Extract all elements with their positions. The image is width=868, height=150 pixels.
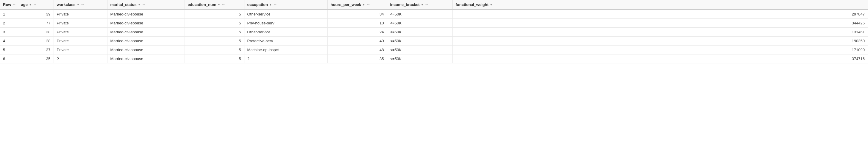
- cell-income_bracket: <=50K: [387, 55, 453, 63]
- resize-handle-workclass[interactable]: ⇔: [81, 3, 84, 6]
- cell-age: 37: [18, 46, 54, 55]
- cell-education_num: 5: [185, 28, 244, 37]
- cell-workclass: ?: [54, 55, 107, 63]
- cell-hours_per_week: 24: [328, 28, 387, 37]
- col-label-education-num: education_num: [188, 2, 216, 7]
- col-header-age[interactable]: age ▼ ⇔: [18, 0, 54, 9]
- cell-row: 1: [0, 9, 18, 19]
- table-row: 428PrivateMarried-civ-spouse5Protective-…: [0, 37, 868, 46]
- cell-row: 4: [0, 37, 18, 46]
- col-header-workclass[interactable]: workclass ▼ ⇔: [54, 0, 107, 9]
- cell-marital_status: Married-civ-spouse: [107, 37, 185, 46]
- cell-marital_status: Married-civ-spouse: [107, 46, 185, 55]
- cell-income_bracket: <=50K: [387, 19, 453, 28]
- cell-row: 5: [0, 46, 18, 55]
- sort-icon-education-num[interactable]: ▼: [218, 3, 221, 6]
- cell-hours_per_week: 35: [328, 55, 387, 63]
- cell-workclass: Private: [54, 9, 107, 19]
- sort-icon-age[interactable]: ▼: [29, 3, 32, 6]
- resize-handle-hours[interactable]: ⇔: [367, 3, 369, 6]
- sort-icon-occupation[interactable]: ▼: [269, 3, 272, 6]
- cell-workclass: Private: [54, 46, 107, 55]
- resize-handle-row[interactable]: ⇔: [13, 3, 15, 6]
- col-header-functional-weight[interactable]: functional_weight ▼: [453, 0, 868, 9]
- col-label-hours-per-week: hours_per_week: [331, 2, 361, 7]
- col-label-income-bracket: income_bracket: [390, 2, 420, 7]
- resize-handle-income[interactable]: ⇔: [425, 3, 428, 6]
- table-row: 338PrivateMarried-civ-spouse5Other-servi…: [0, 28, 868, 37]
- col-label-functional-weight: functional_weight: [456, 2, 489, 7]
- col-label-age: age: [21, 2, 28, 7]
- col-header-hours-per-week[interactable]: hours_per_week ▼ ⇔: [328, 0, 387, 9]
- cell-functional_weight: 344425: [453, 19, 868, 28]
- table-row: 277PrivateMarried-civ-spouse5Priv-house-…: [0, 19, 868, 28]
- sort-icon-hours-per-week[interactable]: ▼: [362, 3, 365, 6]
- cell-row: 2: [0, 19, 18, 28]
- table-row: 635?Married-civ-spouse5?35<=50K374716: [0, 55, 868, 63]
- col-label-workclass: workclass: [57, 2, 75, 7]
- cell-hours_per_week: 48: [328, 46, 387, 55]
- cell-functional_weight: 131461: [453, 28, 868, 37]
- cell-income_bracket: <=50K: [387, 28, 453, 37]
- resize-handle-occ[interactable]: ⇔: [274, 3, 276, 6]
- cell-occupation: Priv-house-serv: [244, 19, 328, 28]
- cell-education_num: 5: [185, 37, 244, 46]
- table-row: 139PrivateMarried-civ-spouse5Other-servi…: [0, 9, 868, 19]
- cell-occupation: Protective-serv: [244, 37, 328, 46]
- col-label-marital: marital_status: [111, 2, 136, 7]
- sort-icon-income-bracket[interactable]: ▼: [421, 3, 424, 6]
- cell-functional_weight: 297847: [453, 9, 868, 19]
- resize-handle-marital[interactable]: ⇔: [143, 3, 145, 6]
- cell-marital_status: Married-civ-spouse: [107, 28, 185, 37]
- cell-age: 39: [18, 9, 54, 19]
- col-header-income-bracket[interactable]: income_bracket ▼ ⇔: [387, 0, 453, 9]
- col-header-marital[interactable]: marital_status ▼ ⇔: [107, 0, 185, 9]
- cell-workclass: Private: [54, 37, 107, 46]
- table-row: 537PrivateMarried-civ-spouse5Machine-op-…: [0, 46, 868, 55]
- cell-education_num: 5: [185, 9, 244, 19]
- cell-functional_weight: 374716: [453, 55, 868, 63]
- data-table: Row ⇔ age ▼ ⇔ workclass ▼ ⇔: [0, 0, 868, 63]
- col-header-row[interactable]: Row ⇔: [0, 0, 18, 9]
- cell-age: 38: [18, 28, 54, 37]
- col-label-occupation: occupation: [247, 2, 268, 7]
- cell-workclass: Private: [54, 19, 107, 28]
- cell-occupation: Other-service: [244, 28, 328, 37]
- cell-occupation: Machine-op-inspct: [244, 46, 328, 55]
- cell-education_num: 5: [185, 46, 244, 55]
- cell-income_bracket: <=50K: [387, 46, 453, 55]
- cell-workclass: Private: [54, 28, 107, 37]
- cell-row: 6: [0, 55, 18, 63]
- cell-age: 28: [18, 37, 54, 46]
- cell-income_bracket: <=50K: [387, 9, 453, 19]
- resize-handle-edu[interactable]: ⇔: [222, 3, 224, 6]
- cell-hours_per_week: 10: [328, 19, 387, 28]
- cell-marital_status: Married-civ-spouse: [107, 55, 185, 63]
- cell-marital_status: Married-civ-spouse: [107, 9, 185, 19]
- sort-icon-workclass[interactable]: ▼: [76, 3, 80, 6]
- cell-hours_per_week: 34: [328, 9, 387, 19]
- resize-handle-age[interactable]: ⇔: [34, 3, 36, 6]
- cell-hours_per_week: 40: [328, 37, 387, 46]
- col-header-occupation[interactable]: occupation ▼ ⇔: [244, 0, 328, 9]
- cell-education_num: 5: [185, 19, 244, 28]
- col-header-education-num[interactable]: education_num ▼ ⇔: [185, 0, 244, 9]
- cell-marital_status: Married-civ-spouse: [107, 19, 185, 28]
- cell-income_bracket: <=50K: [387, 37, 453, 46]
- header-row: Row ⇔ age ▼ ⇔ workclass ▼ ⇔: [0, 0, 868, 9]
- cell-occupation: Other-service: [244, 9, 328, 19]
- cell-age: 77: [18, 19, 54, 28]
- cell-education_num: 5: [185, 55, 244, 63]
- cell-row: 3: [0, 28, 18, 37]
- cell-functional_weight: 190350: [453, 37, 868, 46]
- sort-icon-functional-weight[interactable]: ▼: [490, 3, 493, 6]
- cell-functional_weight: 171090: [453, 46, 868, 55]
- col-label-row: Row: [3, 2, 11, 7]
- sort-icon-marital[interactable]: ▼: [138, 3, 141, 6]
- cell-age: 35: [18, 55, 54, 63]
- cell-occupation: ?: [244, 55, 328, 63]
